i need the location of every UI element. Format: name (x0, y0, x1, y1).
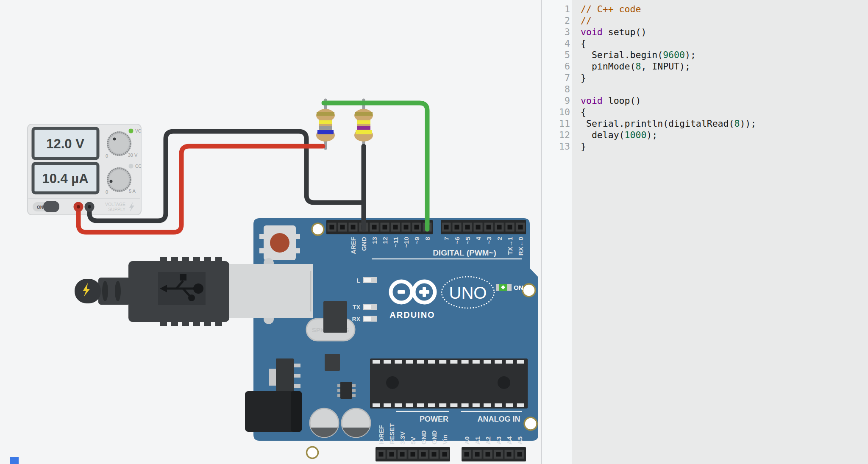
reset-button-cap[interactable] (270, 233, 289, 253)
pin-hole[interactable] (475, 452, 480, 457)
current-knob-min: 0 (106, 189, 108, 194)
cc-led-label: CC (135, 164, 141, 169)
pin-hole[interactable] (389, 452, 394, 457)
pin-hole[interactable] (404, 225, 409, 230)
pin-hole[interactable] (455, 225, 459, 230)
code-line[interactable]: 12 delay(1000); (542, 129, 868, 141)
power-switch-knob[interactable] (43, 201, 59, 212)
pin-label: 13 (371, 237, 378, 244)
power-supply[interactable]: 12.0 V 10.4 µA 0 30 V VC (28, 124, 141, 215)
pin-hole[interactable] (340, 225, 345, 230)
positive-terminal[interactable] (74, 202, 83, 212)
code-line[interactable]: 13} (542, 141, 868, 152)
line-number: 1 (542, 3, 570, 15)
pin-label: A4 (506, 436, 513, 445)
pin-label: 7 (443, 237, 450, 240)
pin-hole[interactable] (432, 452, 437, 457)
pin-hole[interactable] (415, 225, 419, 230)
code-line[interactable]: 6 pinMode(8, INPUT); (542, 61, 868, 72)
line-number: 5 (542, 49, 570, 61)
pin-hole[interactable] (476, 225, 481, 230)
code-line[interactable]: 8 (542, 83, 868, 95)
pin-hole[interactable] (508, 225, 512, 230)
pin-hole[interactable] (393, 225, 398, 230)
pin-label: GND (360, 237, 367, 251)
resistor-470k[interactable] (354, 109, 373, 142)
pin-hole[interactable] (421, 452, 426, 457)
pin-hole[interactable] (444, 225, 449, 230)
circuit-canvas[interactable]: 12.0 V 10.4 µA 0 30 V VC (0, 0, 541, 464)
pin-label: A2 (484, 436, 492, 445)
pin-label: ~6 (453, 237, 461, 244)
pin-hole[interactable] (411, 452, 415, 457)
power-switch[interactable]: ON (33, 201, 59, 212)
line-text: void loop() (570, 95, 641, 106)
line-text: pinMode(8, INPUT); (570, 61, 690, 72)
arduino-uno-board[interactable]: DIGITAL (PWM~) L TX RX (245, 218, 538, 461)
line-number: 13 (542, 141, 570, 152)
pin-hole[interactable] (400, 452, 405, 457)
resistor-band-blue (317, 130, 334, 134)
circuit-simulator-app: 12.0 V 10.4 µA 0 30 V VC (0, 0, 868, 464)
code-line[interactable]: 3void setup() (542, 26, 868, 38)
mounting-hole (307, 447, 318, 458)
led-tx-label: TX (353, 304, 361, 311)
resistor-band-gold (317, 112, 334, 116)
code-line[interactable]: 11 Serial.println(digitalRead(8)); (542, 118, 868, 129)
resistor-band-violet (357, 126, 370, 130)
resistor-band-yellow (356, 130, 372, 134)
pin-label: RESET (388, 423, 395, 445)
resistor-680k[interactable] (316, 109, 335, 142)
code-line[interactable]: 7} (542, 72, 868, 83)
atmega-chip (370, 358, 528, 408)
barrel-jack (245, 391, 302, 432)
current-value: 10.4 µA (42, 171, 88, 186)
pin-hole[interactable] (496, 452, 501, 457)
pin-label: ~5 (464, 237, 471, 244)
knob-indicator-dot (113, 138, 116, 141)
pin-label: 2 (496, 237, 503, 240)
capacitor (310, 408, 339, 437)
usb-cable[interactable] (75, 257, 313, 326)
pin-hole[interactable] (379, 452, 384, 457)
pin-label: AREF (350, 237, 357, 254)
pin-hole[interactable] (442, 452, 447, 457)
pin-label: ~10 (403, 237, 410, 247)
code-line[interactable]: 9void loop() (542, 95, 868, 106)
code-lines[interactable]: 1// C++ code2//3void setup()4{5 Serial.b… (542, 0, 868, 152)
pin-label: IOREF (378, 425, 385, 445)
vc-led (129, 129, 134, 133)
code-editor[interactable]: 1// C++ code2//3void setup()4{5 Serial.b… (541, 0, 868, 464)
code-line[interactable]: 5 Serial.begin(9600); (542, 49, 868, 61)
reset-button[interactable] (259, 225, 300, 260)
code-line[interactable]: 10{ (542, 106, 868, 118)
line-number: 12 (542, 129, 570, 141)
pin-hole[interactable] (330, 225, 334, 230)
pin-hole[interactable] (518, 225, 523, 230)
wire-signal[interactable] (324, 103, 427, 229)
led-glint (364, 317, 371, 321)
mounting-hole (524, 417, 537, 430)
pin-hole[interactable] (486, 452, 490, 457)
code-line[interactable]: 4{ (542, 38, 868, 49)
current-knob-max: 5 A (129, 189, 136, 194)
pin-label: RX←0 (517, 237, 524, 256)
pin-hole[interactable] (517, 452, 522, 457)
vc-led-label: VC (135, 129, 141, 133)
pin-hole[interactable] (487, 225, 491, 230)
pin-hole[interactable] (497, 225, 502, 230)
current-knob[interactable] (107, 167, 131, 192)
pin-hole[interactable] (383, 225, 387, 230)
negative-terminal[interactable] (85, 202, 95, 212)
line-number: 4 (542, 38, 570, 49)
code-line[interactable]: 1// C++ code (542, 3, 868, 15)
pin-hole[interactable] (465, 225, 470, 230)
device-label-line2: SUPPLY (108, 207, 125, 212)
code-line[interactable]: 2// (542, 15, 868, 26)
pin-hole[interactable] (372, 225, 377, 230)
led-glint (364, 305, 371, 309)
pin-hole[interactable] (351, 225, 356, 230)
pin-hole[interactable] (507, 452, 512, 457)
pin-hole[interactable] (465, 452, 469, 457)
capacitor (342, 408, 370, 437)
